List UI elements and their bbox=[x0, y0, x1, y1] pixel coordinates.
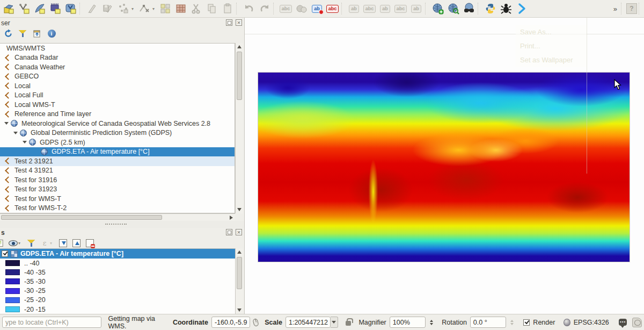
add-wms-layer-icon[interactable] bbox=[430, 2, 445, 16]
log-messages-icon[interactable]: ••• bbox=[619, 319, 627, 326]
data-source-manager-icon[interactable] bbox=[1, 2, 16, 16]
chevron-icon[interactable] bbox=[514, 2, 529, 16]
layer-labeling-icon[interactable]: ab bbox=[310, 2, 324, 16]
tree-item-group[interactable]: GDPS (2.5 km) bbox=[0, 138, 235, 147]
map-canvas[interactable]: Save As... Print... Set as Wallpaper bbox=[244, 18, 644, 314]
labeling-disabled-icon[interactable]: abc bbox=[279, 2, 293, 16]
change-label-icon[interactable]: ab bbox=[409, 2, 423, 16]
expander-icon[interactable] bbox=[23, 141, 27, 144]
tree-item-connection[interactable]: Canada Radar bbox=[0, 53, 235, 63]
cut-features-icon[interactable] bbox=[189, 2, 203, 16]
new-spatialite-layer-icon[interactable] bbox=[32, 2, 47, 16]
overflow-icon[interactable]: » bbox=[611, 5, 619, 13]
new-shapefile-layer-icon[interactable] bbox=[17, 2, 31, 16]
digitize-icon[interactable] bbox=[116, 2, 130, 16]
tree-item-connection[interactable]: Test for WMS-T-2 bbox=[0, 204, 235, 213]
bug-icon[interactable] bbox=[499, 2, 513, 16]
save-edits-icon[interactable] bbox=[100, 2, 115, 16]
collapse-all-layers-icon[interactable] bbox=[71, 238, 81, 248]
qgis-news-icon[interactable] bbox=[632, 318, 642, 327]
delete-selected-icon[interactable] bbox=[173, 2, 188, 16]
tree-item-layer-selected[interactable]: GDPS.ETA - Air temperature [°C] bbox=[0, 147, 235, 157]
highlight-labels-icon[interactable]: abc bbox=[362, 2, 377, 16]
status-bar: ype to locate (Ctrl+K) Getting map via W… bbox=[0, 314, 644, 330]
tree-item-connection[interactable]: Test for 31923 bbox=[0, 185, 235, 195]
scale-lock-icon[interactable] bbox=[346, 321, 351, 326]
tree-item-connection[interactable]: Test 2 31921 bbox=[0, 156, 235, 166]
dropdown-caret-icon[interactable]: ▾ bbox=[18, 241, 23, 246]
modify-attributes-icon[interactable] bbox=[158, 2, 172, 16]
remove-layer-icon[interactable] bbox=[85, 238, 94, 248]
tree-item-service[interactable]: Meteorological Service of Canada Geospat… bbox=[0, 119, 235, 128]
magnifier-spinner[interactable] bbox=[430, 320, 433, 325]
rotation-field[interactable]: 0.0 ° bbox=[470, 317, 507, 328]
filter-legend-icon[interactable] bbox=[26, 238, 36, 248]
pin-labels-icon[interactable]: ab bbox=[347, 2, 361, 16]
tree-item-group[interactable]: Global Deterministic Prediction System (… bbox=[0, 128, 235, 138]
copy-features-icon[interactable] bbox=[204, 2, 219, 16]
panel-splitter[interactable] bbox=[0, 221, 244, 228]
filter-browser-icon[interactable] bbox=[18, 28, 27, 38]
expression-filter-icon[interactable]: ε bbox=[40, 238, 49, 248]
map-raster-wms-air-temperature[interactable] bbox=[258, 73, 630, 262]
move-label-icon[interactable]: ab bbox=[378, 2, 392, 16]
render-checkbox[interactable] bbox=[523, 319, 530, 326]
panel-close-icon[interactable] bbox=[236, 19, 242, 26]
rotate-label-icon[interactable]: abc bbox=[393, 2, 408, 16]
magnifier-field[interactable]: 100% bbox=[390, 317, 426, 328]
styling-panel-icon[interactable] bbox=[0, 238, 4, 248]
toggle-editing-icon[interactable] bbox=[85, 2, 99, 16]
browser-vscrollbar[interactable] bbox=[235, 43, 243, 213]
search-layers-icon[interactable] bbox=[462, 2, 476, 16]
panel-float-icon[interactable] bbox=[226, 19, 232, 26]
layers-vscrollbar[interactable] bbox=[235, 248, 243, 314]
vertex-tool-icon[interactable] bbox=[137, 2, 151, 16]
browser-hscrollbar[interactable] bbox=[0, 213, 235, 221]
tree-item-connection[interactable]: Local Full bbox=[0, 91, 235, 101]
paste-features-icon[interactable] bbox=[220, 2, 235, 16]
redo-icon[interactable] bbox=[257, 2, 272, 16]
tree-item-connection[interactable]: Local bbox=[0, 81, 235, 91]
crs-status[interactable]: EPSG:4326 bbox=[574, 319, 609, 326]
tree-item-connection[interactable]: Canada Weather bbox=[0, 62, 235, 72]
panel-close-icon[interactable] bbox=[236, 229, 242, 235]
layer-visibility-checkbox[interactable] bbox=[2, 250, 8, 257]
collapse-all-icon[interactable] bbox=[32, 28, 42, 38]
layer-row-selected[interactable]: GDPS.ETA - Air temperature [°C] bbox=[0, 249, 235, 259]
coordinate-field[interactable]: -160.0,-5.9 bbox=[211, 317, 250, 328]
tree-item-wms-root[interactable]: WMS/WMTS bbox=[0, 44, 235, 53]
undo-icon[interactable] bbox=[241, 2, 256, 16]
layer-diagram-icon[interactable]: abc bbox=[325, 2, 340, 16]
crs-globe-icon[interactable] bbox=[564, 319, 570, 326]
python-console-icon[interactable] bbox=[483, 2, 497, 16]
map-themes-icon[interactable] bbox=[8, 238, 18, 248]
dropdown-caret-icon[interactable]: ▾ bbox=[152, 6, 157, 11]
refresh-icon[interactable] bbox=[3, 28, 13, 38]
toolbar-separator bbox=[273, 3, 277, 15]
tree-item-connection[interactable]: Test for 31916 bbox=[0, 175, 235, 185]
dropdown-caret-icon[interactable]: ▾ bbox=[50, 241, 54, 246]
help-icon[interactable]: ? bbox=[626, 3, 637, 14]
properties-icon[interactable]: i bbox=[47, 28, 56, 38]
tree-item-connection[interactable]: Test 4 31921 bbox=[0, 166, 235, 176]
new-virtual-layer-icon[interactable] bbox=[48, 2, 62, 16]
new-geopackage-layer-icon[interactable] bbox=[63, 2, 78, 16]
tree-item-connection[interactable]: Local WMS-T bbox=[0, 100, 235, 110]
locate-input[interactable]: ype to locate (Ctrl+K) bbox=[2, 317, 101, 328]
tree-item-connection[interactable]: Reference and Time layer bbox=[0, 110, 235, 119]
metasearch-icon[interactable] bbox=[446, 2, 460, 16]
tree-item-connection[interactable]: Test for WMS-T bbox=[0, 194, 235, 204]
expander-icon[interactable] bbox=[4, 122, 9, 125]
panel-float-icon[interactable] bbox=[226, 229, 232, 235]
tree-item-connection[interactable]: GEBCO bbox=[0, 72, 235, 82]
tree-item-label: Local WMS-T bbox=[12, 101, 55, 109]
scale-dropdown-icon[interactable] bbox=[331, 317, 338, 328]
label-globes-icon[interactable] bbox=[294, 2, 309, 16]
dropdown-caret-icon[interactable]: ▾ bbox=[131, 6, 136, 11]
scale-field[interactable]: 1:205447212 bbox=[286, 317, 331, 328]
rotation-spinner[interactable] bbox=[510, 320, 514, 325]
expander-icon[interactable] bbox=[13, 132, 18, 134]
expand-all-icon[interactable] bbox=[58, 238, 68, 248]
tree-item-label: Test for WMS-T bbox=[12, 195, 61, 203]
extents-toggle-icon[interactable] bbox=[253, 318, 259, 327]
